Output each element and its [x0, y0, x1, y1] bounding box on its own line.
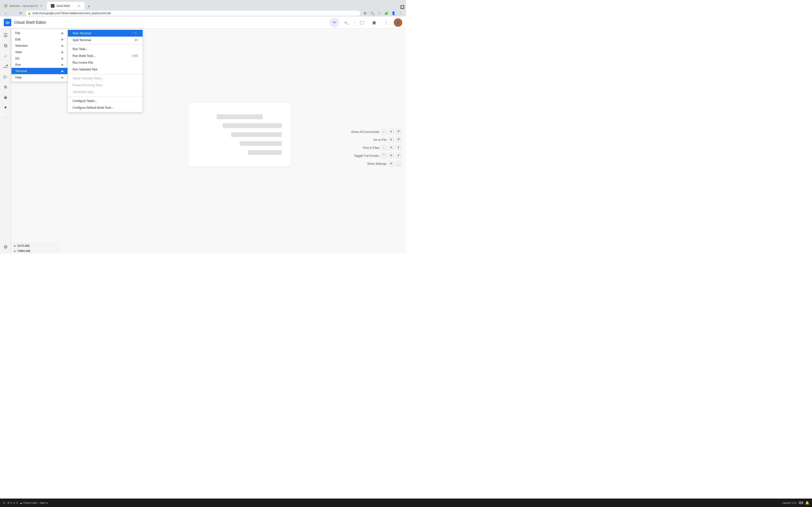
welcome-card	[188, 103, 291, 167]
run-active-file-label: Run Active File	[72, 61, 138, 64]
configure-default-build-label: Configure Default Build Task...	[72, 106, 138, 109]
submenu-run-task[interactable]: Run Task...	[68, 46, 143, 52]
run-arrow: ▶	[61, 63, 64, 66]
show-running-tasks-label: Show Running Tasks...	[72, 76, 138, 80]
avatar-icon: 👤	[396, 21, 400, 24]
app-logo: ≫	[4, 19, 11, 26]
forward-btn[interactable]: ›	[10, 10, 16, 16]
account-btn[interactable]: 👤	[391, 10, 396, 16]
activity-extensions[interactable]: ⊞	[1, 82, 10, 92]
submenu-run-active-file[interactable]: Run Active File	[68, 59, 143, 66]
toggle-fullscreen-label: Toggle Full Screen	[354, 154, 379, 158]
view-label: View	[15, 50, 60, 54]
command-show-all: Show All Commands ⇧ ⌘ P	[321, 129, 401, 134]
menu-item-terminal[interactable]: Terminal ▶	[11, 68, 67, 74]
placeholder-3	[231, 132, 282, 137]
kbd-comma-5: ,	[396, 161, 401, 166]
logo-icon: ≫	[5, 20, 10, 25]
submenu-new-terminal[interactable]: New Terminal ⌃⇧`	[68, 30, 143, 37]
submenu-configure-default-build[interactable]: Configure Default Build Task...	[68, 104, 143, 111]
search-btn[interactable]: 🔍	[369, 10, 375, 16]
configure-tasks-label: Configure Tasks...	[72, 99, 138, 103]
app-header: ≫ Cloud Shell Editor ✏ >_ ⬚ ▣ ⋮ 👤	[0, 16, 406, 29]
restore-btn[interactable]: 🔲	[399, 4, 405, 10]
submenu-terminate-task: Terminate Task...	[68, 89, 143, 95]
tab-1-close[interactable]: ✕	[40, 4, 43, 8]
back-btn[interactable]: ‹	[3, 10, 8, 16]
new-tab-button[interactable]: +	[86, 3, 92, 10]
cast-btn[interactable]: ⊞	[362, 10, 368, 16]
terminal-submenu: New Terminal ⌃⇧` Split Terminal ⌘\ Run T…	[68, 29, 143, 112]
help-label: Help	[15, 75, 60, 79]
bookmark-btn[interactable]: ☆	[376, 10, 382, 16]
primary-menu: File ▶ Edit ▶ Selection ▶ View ▶ Go ▶ Ru…	[11, 29, 68, 82]
submenu-split-terminal[interactable]: Split Terminal ⌘\	[68, 37, 143, 44]
terminal-arrow: ▶	[61, 69, 64, 73]
layout-action-btn[interactable]: ▣	[369, 18, 379, 27]
activity-bar: ☰ ⧉ ⌕ ⎇ ▷ ⊞ ◈ ✦ ··· ⚙	[0, 29, 11, 253]
selection-label: Selection	[15, 44, 60, 47]
kbd-cmd-2: ⌘	[389, 137, 394, 142]
timeline-section[interactable]: ▶ TIMELINE	[11, 248, 59, 253]
kbd-cmd-4: ⌘	[389, 153, 394, 158]
go-arrow: ▶	[61, 57, 64, 60]
menu-item-edit[interactable]: Edit ▶	[11, 36, 67, 43]
menu-item-go[interactable]: Go ▶	[11, 55, 67, 61]
activity-source-control[interactable]: ⎇	[1, 61, 10, 71]
activity-more[interactable]: ···	[1, 113, 10, 122]
activity-search[interactable]: ⌕	[1, 51, 10, 61]
go-to-file-label: Go to File	[373, 138, 387, 142]
activity-gemini[interactable]: ✦	[1, 103, 10, 112]
outline-section[interactable]: ▶ OUTLINE	[11, 243, 59, 248]
terminal-label: Terminal	[15, 69, 60, 73]
run-selected-text-label: Run Selected Text	[72, 68, 138, 71]
menu-item-view[interactable]: View ▶	[11, 49, 67, 55]
preview-action-btn[interactable]: ⬚	[357, 18, 366, 27]
extensions-btn[interactable]: 🧩	[384, 10, 389, 16]
menu-item-help[interactable]: Help ▶	[11, 74, 67, 80]
restart-running-task-label: Restart Running Task...	[72, 83, 138, 87]
tab-2-close[interactable]: ✕	[77, 4, 81, 8]
kbd-f-3: F	[396, 145, 401, 150]
sidebar-sections: ▶ OUTLINE ▶ TIMELINE	[11, 243, 59, 253]
address-input[interactable]: 🔒 shell.cloud.google.com/?show=ide&envir…	[26, 10, 360, 16]
menu-item-run[interactable]: Run ▶	[11, 61, 67, 68]
browser-more-btn[interactable]: ⋮	[398, 10, 403, 16]
kbd-p-1: P	[396, 129, 401, 134]
submenu-configure-tasks[interactable]: Configure Tasks...	[68, 97, 143, 104]
show-settings-label: Show Settings	[367, 162, 387, 165]
activity-settings[interactable]: ⚙	[1, 242, 10, 251]
tab-2-label: Cloud Shell	[56, 4, 69, 7]
activity-menu[interactable]: ☰	[1, 31, 10, 40]
submenu-run-selected-text[interactable]: Run Selected Text	[68, 66, 143, 73]
submenu-show-running-tasks: Show Running Tasks...	[68, 75, 143, 82]
placeholder-2	[223, 123, 282, 128]
activity-explorer[interactable]: ⧉	[1, 41, 10, 50]
activity-run[interactable]: ▷	[1, 72, 10, 81]
user-avatar[interactable]: 👤	[394, 18, 402, 27]
tab-bar: 🔶 Welcome – lab-project-id-e... ✕ 🖥 Clou…	[0, 0, 406, 10]
timeline-label: TIMELINE	[18, 249, 31, 252]
kbd-shift-3: ⇧	[381, 145, 387, 150]
timeline-arrow: ▶	[14, 250, 16, 252]
edit-label: Edit	[15, 38, 60, 41]
more-action-btn[interactable]: ⋮	[382, 18, 391, 27]
edit-action-btn[interactable]: ✏	[329, 18, 339, 27]
kbd-f-4: F	[396, 153, 401, 158]
activity-cloud-code[interactable]: ◈	[1, 93, 10, 102]
submenu-run-build-task[interactable]: Run Build Task... ⇧⌘B	[68, 52, 143, 59]
terminal-action-btn[interactable]: >_	[342, 18, 351, 27]
run-label: Run	[15, 63, 60, 66]
tab-1[interactable]: 🔶 Welcome – lab-project-id-e... ✕	[0, 2, 47, 10]
menu-container: File ▶ Edit ▶ Selection ▶ View ▶ Go ▶ Ru…	[11, 29, 68, 82]
menu-item-selection[interactable]: Selection ▶	[11, 43, 67, 49]
tab-1-label: Welcome – lab-project-id-e...	[9, 4, 38, 7]
reload-btn[interactable]: ↻	[18, 10, 23, 16]
address-text: shell.cloud.google.com/?show=ide&environ…	[33, 12, 111, 14]
tab-2[interactable]: 🖥 Cloud Shell ✕	[47, 2, 85, 10]
new-terminal-label: New Terminal	[72, 32, 132, 35]
submenu-restart-running-task: Restart Running Task...	[68, 82, 143, 89]
address-bar-row: ‹ › ↻ 🔒 shell.cloud.google.com/?show=ide…	[0, 10, 406, 16]
menu-item-file[interactable]: File ▶	[11, 30, 67, 36]
placeholder-1	[217, 115, 263, 119]
